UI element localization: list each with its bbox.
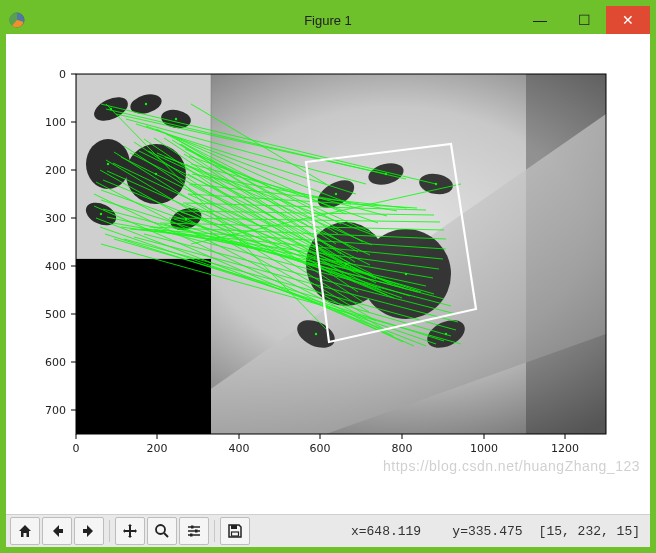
svg-text:400: 400	[45, 260, 66, 273]
svg-rect-144	[195, 530, 198, 533]
arrow-right-icon	[81, 523, 97, 539]
app-window: Figure 1 — ☐ ✕	[0, 0, 656, 553]
svg-point-99	[100, 213, 102, 215]
svg-point-107	[445, 333, 447, 335]
svg-text:1200: 1200	[551, 442, 579, 455]
pan-button[interactable]	[115, 517, 145, 545]
svg-text:800: 800	[392, 442, 413, 455]
svg-rect-148	[232, 532, 239, 536]
svg-point-105	[405, 273, 407, 275]
svg-rect-146	[190, 534, 193, 537]
svg-point-102	[385, 173, 387, 175]
back-button[interactable]	[42, 517, 72, 545]
svg-text:1000: 1000	[470, 442, 498, 455]
svg-text:200: 200	[147, 442, 168, 455]
figure-canvas[interactable]: 0 200 400 600 800 1000 1200 0 100 200 30…	[6, 34, 650, 514]
configure-subplots-button[interactable]	[179, 517, 209, 545]
svg-text:600: 600	[45, 356, 66, 369]
plot-svg: 0 200 400 600 800 1000 1200 0 100 200 30…	[6, 34, 650, 512]
svg-point-104	[345, 263, 347, 265]
svg-text:300: 300	[45, 212, 66, 225]
titlebar[interactable]: Figure 1 — ☐ ✕	[6, 6, 650, 34]
svg-point-98	[155, 173, 157, 175]
matplotlib-app-icon	[8, 11, 26, 29]
save-button[interactable]	[220, 517, 250, 545]
cursor-x-label: x=	[351, 524, 367, 539]
minimize-button[interactable]: —	[518, 6, 562, 34]
maximize-button[interactable]: ☐	[562, 6, 606, 34]
cursor-y-label: y=	[452, 524, 468, 539]
svg-point-95	[145, 103, 147, 105]
cursor-y-value: 335.475	[468, 524, 523, 539]
zoom-button[interactable]	[147, 517, 177, 545]
x-axis-ticks: 0 200 400 600 800 1000 1200	[73, 434, 580, 455]
pixel-value: [15, 232, 15]	[539, 524, 640, 539]
sliders-icon	[186, 523, 202, 539]
plot-image	[76, 74, 606, 434]
svg-text:600: 600	[310, 442, 331, 455]
home-button[interactable]	[10, 517, 40, 545]
forward-button[interactable]	[74, 517, 104, 545]
svg-point-97	[107, 163, 109, 165]
svg-text:400: 400	[229, 442, 250, 455]
nav-toolbar: x=648.119 y=335.475 [15, 232, 15]	[6, 514, 650, 547]
svg-point-103	[435, 183, 437, 185]
svg-text:0: 0	[73, 442, 80, 455]
svg-line-140	[164, 533, 168, 537]
save-icon	[227, 523, 243, 539]
svg-point-96	[175, 118, 177, 120]
svg-rect-142	[191, 526, 194, 529]
svg-text:700: 700	[45, 404, 66, 417]
y-axis-ticks: 0 100 200 300 400 500 600 700	[45, 68, 76, 417]
svg-point-106	[315, 333, 317, 335]
toolbar-separator	[214, 520, 215, 542]
svg-text:200: 200	[45, 164, 66, 177]
svg-point-101	[335, 193, 337, 195]
svg-point-139	[156, 525, 165, 534]
home-icon	[17, 523, 33, 539]
zoom-icon	[154, 523, 170, 539]
window-controls: — ☐ ✕	[518, 6, 650, 34]
svg-rect-147	[231, 525, 237, 529]
svg-point-100	[185, 218, 187, 220]
svg-text:100: 100	[45, 116, 66, 129]
svg-text:0: 0	[59, 68, 66, 81]
toolbar-separator	[109, 520, 110, 542]
svg-text:500: 500	[45, 308, 66, 321]
close-button[interactable]: ✕	[606, 6, 650, 34]
move-icon	[122, 523, 138, 539]
arrow-left-icon	[49, 523, 65, 539]
cursor-x-value: 648.119	[367, 524, 422, 539]
svg-rect-14	[76, 259, 211, 434]
cursor-coords: x=648.119 y=335.475	[304, 509, 522, 554]
svg-point-94	[110, 108, 112, 110]
